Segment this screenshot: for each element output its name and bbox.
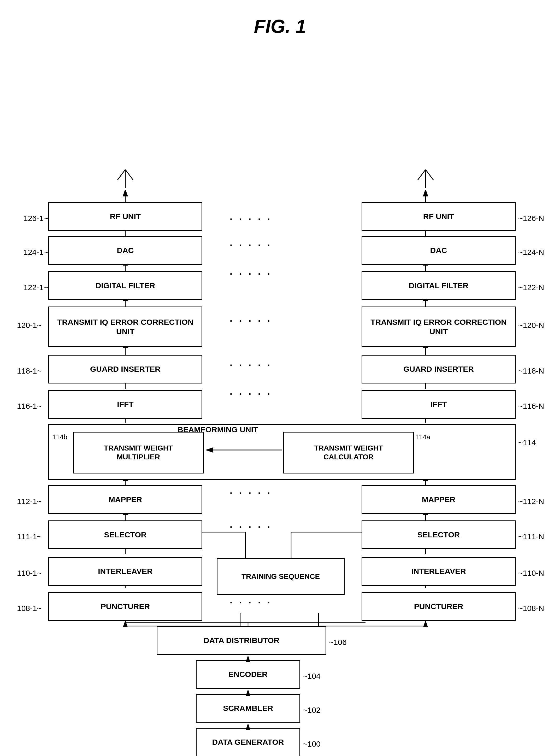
dots-df: · · · · · (230, 269, 272, 280)
dots-ifft: · · · · · (230, 389, 272, 400)
dac-n: DAC (362, 236, 516, 265)
guard-inserter-1: GUARD INSERTER (48, 355, 202, 383)
dac-1-ref: 124-1~ (23, 248, 48, 257)
scrambler: SCRAMBLER (196, 694, 300, 722)
svg-line-39 (125, 170, 133, 180)
tw-calculator-ref: 114a (415, 433, 430, 441)
txiq-1-ref: 120-1~ (17, 321, 41, 330)
interleaver-n: INTERLEAVER (362, 557, 516, 586)
data-generator-ref: ~100 (303, 739, 321, 749)
txiq-n-ref: ~120-N (518, 321, 544, 330)
tw-multiplier: TRANSMIT WEIGHT MULTIPLIER (73, 432, 204, 474)
mapper-1-ref: 112-1~ (17, 497, 41, 506)
guard-inserter-n: GUARD INSERTER (362, 355, 516, 383)
puncturer-n-ref: ~108-N (518, 604, 544, 613)
rf-unit-1-ref: 126-1~ (23, 214, 48, 223)
encoder: ENCODER (196, 660, 300, 689)
dots-selector: · · · · · (230, 522, 272, 533)
mapper-n-ref: ~112-N (518, 497, 544, 506)
digital-filter-1-ref: 122-1~ (23, 283, 48, 292)
digital-filter-n-ref: ~122-N (518, 283, 544, 292)
dots-mapper: · · · · · (230, 488, 272, 499)
ifft-1-ref: 116-1~ (17, 402, 41, 411)
ifft-n: IFFT (362, 390, 516, 419)
interleaver-n-ref: ~110-N (518, 569, 544, 578)
scrambler-ref: ~102 (303, 706, 321, 715)
digital-filter-1: DIGITAL FILTER (48, 271, 202, 300)
encoder-ref: ~104 (303, 672, 321, 680)
antenna-left (115, 164, 136, 190)
data-generator: DATA GENERATOR (196, 728, 300, 756)
rf-unit-1: RF UNIT (48, 202, 202, 231)
tw-calculator: TRANSMIT WEIGHT CALCULATOR (283, 432, 414, 474)
selector-n: SELECTOR (362, 521, 516, 549)
selector-1-ref: 111-1~ (17, 532, 41, 541)
ifft-1: IFFT (48, 390, 202, 419)
puncturer-n: PUNCTURER (362, 592, 516, 621)
interleaver-1: INTERLEAVER (48, 557, 202, 586)
svg-line-41 (418, 170, 425, 180)
data-distributor-ref: ~106 (329, 638, 347, 647)
beamforming-ref: ~114 (518, 438, 536, 447)
dots-dac: · · · · · (230, 240, 272, 251)
data-distributor: DATA DISTRIBUTOR (157, 626, 326, 655)
tw-multiplier-ref: 114b (52, 433, 67, 441)
digital-filter-n: DIGITAL FILTER (362, 271, 516, 300)
antenna-right (415, 164, 436, 190)
svg-line-38 (118, 170, 125, 180)
selector-n-ref: ~111-N (518, 532, 544, 541)
ifft-n-ref: ~116-N (518, 402, 544, 411)
selector-1: SELECTOR (48, 521, 202, 549)
interleaver-1-ref: 110-1~ (17, 569, 41, 578)
training-sequence: TRAINING SEQUENCE (217, 558, 345, 595)
rf-unit-n-ref: ~126-N (518, 214, 544, 223)
rf-unit-n: RF UNIT (362, 202, 516, 231)
figure-title: FIG. 1 (254, 16, 306, 37)
puncturer-1: PUNCTURER (48, 592, 202, 621)
dac-n-ref: ~124-N (518, 248, 544, 257)
mapper-1: MAPPER (48, 485, 202, 514)
txiq-n: TRANSMIT IQ ERROR CORRECTION UNIT (362, 307, 516, 347)
mapper-n: MAPPER (362, 485, 516, 514)
dots-txiq: · · · · · (230, 316, 272, 327)
txiq-1: TRANSMIT IQ ERROR CORRECTION UNIT (48, 307, 202, 347)
dots-guard: · · · · · (230, 360, 272, 371)
guard-inserter-n-ref: ~118-N (518, 366, 544, 375)
puncturer-1-ref: 108-1~ (17, 604, 41, 613)
svg-line-42 (425, 170, 433, 180)
guard-inserter-1-ref: 118-1~ (17, 366, 41, 375)
dac-1: DAC (48, 236, 202, 265)
dots-rf: · · · · · (230, 214, 272, 225)
dots-puncturer: · · · · · (230, 597, 272, 608)
beamforming-arrow (204, 443, 284, 457)
